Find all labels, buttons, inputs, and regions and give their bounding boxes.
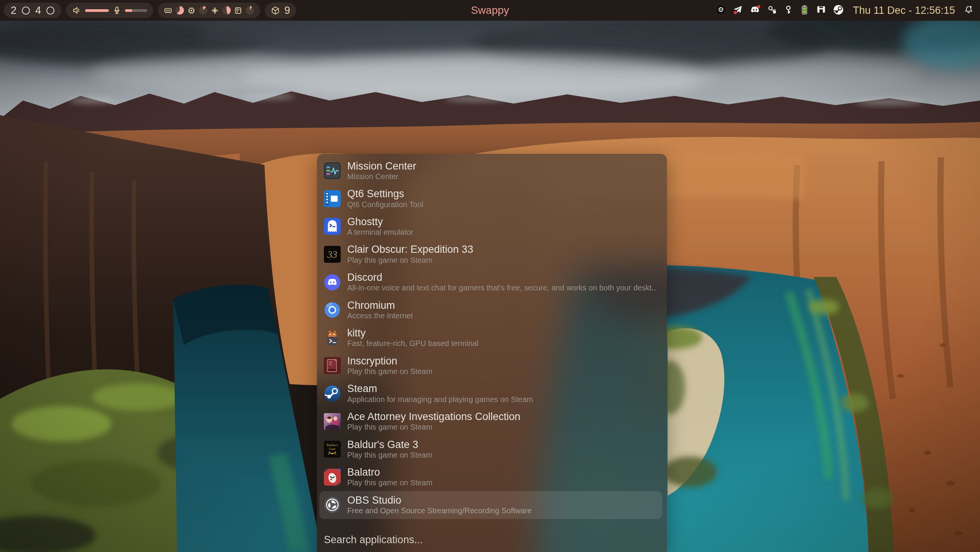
- balatro-icon: [324, 469, 341, 486]
- app-description: Play this game on Steam: [347, 478, 432, 488]
- app-row-inscryption[interactable]: InscryptionPlay this game on Steam: [319, 352, 662, 380]
- speaker-icon: [72, 6, 81, 15]
- inscryption-icon: [324, 357, 341, 374]
- discord-icon[interactable]: [750, 5, 760, 16]
- cpu-icon: [187, 7, 195, 15]
- notification-bell-icon[interactable]: [964, 5, 974, 16]
- discord-icon: [324, 274, 341, 291]
- app-name: Qt6 Settings: [347, 188, 424, 199]
- chromium-icon: [324, 302, 341, 318]
- ghostty-icon: [324, 218, 341, 235]
- app-row-kitty[interactable]: kittyFast, feature-rich, GPU based termi…: [319, 324, 662, 352]
- system-tray: Thu 11 Dec - 12:56:15: [716, 5, 976, 16]
- motherboard-icon: [234, 7, 242, 15]
- app-row-discord[interactable]: DiscordAll-in-one voice and text chat fo…: [319, 268, 662, 296]
- mission-center-icon: [324, 162, 341, 179]
- app-row-ghostty[interactable]: GhosttyA terminal emulator: [319, 213, 662, 241]
- app-name: Balatro: [347, 466, 432, 478]
- battery-icon[interactable]: [800, 5, 809, 16]
- clock[interactable]: Thu 11 Dec - 12:56:15: [853, 5, 955, 16]
- workspace-2[interactable]: 2: [11, 3, 16, 18]
- gpu-fan-icon: [211, 7, 219, 15]
- app-row-mission-center[interactable]: Mission CenterMission Center: [319, 157, 662, 185]
- top-bar: 2 4: [0, 0, 980, 21]
- app-name: Steam: [347, 383, 533, 394]
- app-row-balatro[interactable]: BalatroPlay this game on Steam: [319, 463, 662, 491]
- steam-icon: [324, 385, 341, 402]
- cpu-usage-pie: [199, 6, 207, 15]
- updates-count: 9: [284, 5, 290, 16]
- ace-attorney-icon: [324, 413, 341, 430]
- app-name: Baldur's Gate 3: [347, 439, 432, 450]
- clair-obscur-icon: 33: [324, 246, 341, 263]
- app-name: Mission Center: [347, 160, 416, 172]
- volume-slider-fill: [85, 9, 109, 12]
- app-row-chromium[interactable]: ChromiumAccess the Internet: [319, 296, 662, 324]
- svg-text:33: 33: [327, 249, 337, 260]
- app-description: Play this game on Steam: [347, 450, 432, 460]
- app-description: Free and Open Source Streaming/Recording…: [347, 506, 532, 516]
- microphone-icon: [113, 6, 121, 15]
- mic-slider-fill: [125, 9, 132, 12]
- app-list: Mission CenterMission Center Qt6 Setting…: [319, 157, 662, 519]
- workspace-4[interactable]: 4: [35, 3, 41, 18]
- app-row-steam[interactable]: SteamApplication for managing and playin…: [319, 380, 662, 408]
- memory-icon: [164, 7, 172, 15]
- workspaces-module[interactable]: 2 4: [4, 3, 61, 18]
- disk-usage-pie: [246, 6, 254, 15]
- app-description: All-in-one voice and text chat for gamer…: [347, 283, 656, 293]
- memory-usage-pie: [176, 6, 184, 15]
- app-description: Play this game on Steam: [347, 367, 432, 376]
- app-name: Inscryption: [347, 355, 432, 367]
- steelseries-icon[interactable]: [716, 5, 726, 16]
- app-description: A terminal emulator: [347, 227, 413, 237]
- gpu-usage-pie: [222, 6, 231, 15]
- telegram-icon[interactable]: [733, 5, 743, 16]
- mic-slider[interactable]: [125, 9, 147, 12]
- app-name: Clair Obscur: Expedition 33: [347, 244, 473, 255]
- kitty-icon: [324, 330, 341, 346]
- app-row-ace-attorney[interactable]: Ace Attorney Investigations CollectionPl…: [319, 407, 662, 435]
- app-row-qt6-settings[interactable]: Qt6 SettingsQt6 Configuration Tool: [319, 185, 662, 213]
- app-row-baldurs-gate-3[interactable]: Baldur'sGate Baldur's Gate 3Play this ga…: [319, 435, 662, 463]
- workspace-dot-icon[interactable]: [22, 7, 30, 15]
- svg-text:Gate: Gate: [329, 447, 336, 451]
- app-launcher-panel: Mission CenterMission Center Qt6 Setting…: [317, 154, 667, 552]
- app-name: Ghostty: [347, 216, 413, 227]
- ethernet-icon[interactable]: [816, 5, 826, 16]
- search-input[interactable]: [324, 534, 653, 546]
- app-description: Qt6 Configuration Tool: [347, 200, 424, 209]
- audio-module: [66, 3, 153, 18]
- qt6-settings-icon: [324, 190, 341, 207]
- key-lock-icon[interactable]: [767, 5, 777, 16]
- app-description: Access the Internet: [347, 311, 413, 321]
- app-name: Chromium: [347, 300, 413, 311]
- app-description: Application for managing and playing gam…: [347, 395, 533, 404]
- app-name: Discord: [347, 272, 656, 283]
- baldurs-gate-3-icon: Baldur'sGate: [324, 441, 341, 458]
- key-icon[interactable]: [784, 5, 793, 16]
- app-description: Play this game on Steam: [347, 422, 520, 432]
- volume-slider[interactable]: [85, 9, 109, 12]
- steam-icon[interactable]: [833, 5, 844, 16]
- app-description: Play this game on Steam: [347, 255, 473, 265]
- workspace-dot-icon[interactable]: [46, 7, 54, 15]
- package-icon: [271, 6, 280, 15]
- obs-studio-icon: [324, 496, 341, 513]
- app-row-clair-obscur[interactable]: 33 Clair Obscur: Expedition 33Play this …: [319, 241, 662, 269]
- app-description: Fast, feature-rich, GPU based terminal: [347, 339, 478, 348]
- svg-text:Baldur's: Baldur's: [327, 443, 338, 447]
- app-row-obs-studio[interactable]: OBS StudioFree and Open Source Streaming…: [319, 491, 662, 519]
- updates-module[interactable]: 9: [265, 3, 296, 18]
- system-metrics-module: [158, 3, 260, 18]
- app-name: OBS Studio: [347, 494, 532, 506]
- app-description: Mission Center: [347, 172, 416, 181]
- app-name: Ace Attorney Investigations Collection: [347, 411, 520, 422]
- app-name: kitty: [347, 327, 478, 339]
